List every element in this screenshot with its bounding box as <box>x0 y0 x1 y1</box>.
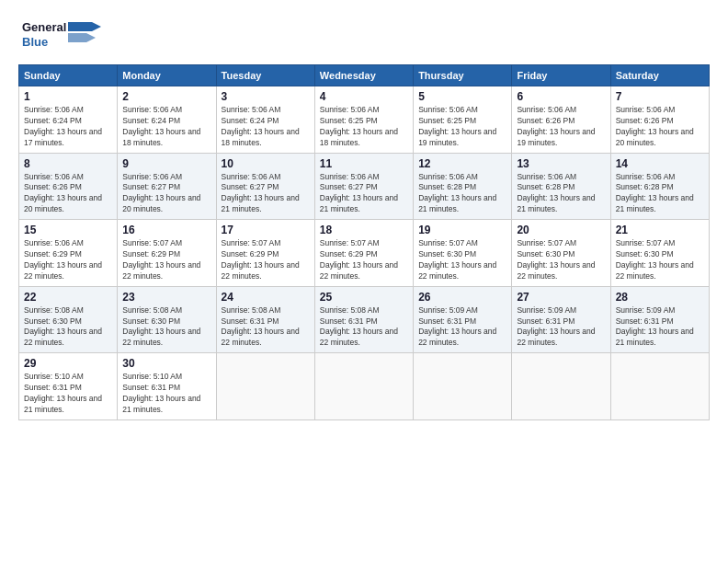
calendar-cell <box>512 353 610 420</box>
calendar-cell: 26 Sunrise: 5:09 AM Sunset: 6:31 PM Dayl… <box>414 286 512 353</box>
svg-text:General: General <box>22 20 66 34</box>
calendar-cell: 30 Sunrise: 5:10 AM Sunset: 6:31 PM Dayl… <box>118 353 216 420</box>
calendar-cell: 20 Sunrise: 5:07 AM Sunset: 6:30 PM Dayl… <box>512 220 610 287</box>
sunset-text: Sunset: 6:28 PM <box>418 182 476 191</box>
sunset-text: Sunset: 6:26 PM <box>517 116 574 125</box>
sunrise-text: Sunrise: 5:06 AM <box>616 172 676 181</box>
day-info: Sunrise: 5:06 AM Sunset: 6:28 PM Dayligh… <box>616 172 704 216</box>
sunset-text: Sunset: 6:26 PM <box>616 116 674 125</box>
day-number: 27 <box>517 291 605 304</box>
day-info: Sunrise: 5:07 AM Sunset: 6:29 PM Dayligh… <box>222 238 310 282</box>
calendar-cell: 28 Sunrise: 5:09 AM Sunset: 6:31 PM Dayl… <box>610 286 709 353</box>
sunrise-text: Sunrise: 5:06 AM <box>24 238 84 247</box>
daylight-text: Daylight: 13 hours and 20 minutes. <box>122 193 200 213</box>
calendar-cell: 15 Sunrise: 5:06 AM Sunset: 6:29 PM Dayl… <box>19 220 118 287</box>
calendar-cell: 21 Sunrise: 5:07 AM Sunset: 6:30 PM Dayl… <box>610 220 709 287</box>
logo: General Blue <box>18 15 101 55</box>
calendar-week-2: 8 Sunrise: 5:06 AM Sunset: 6:26 PM Dayli… <box>19 153 710 220</box>
sunset-text: Sunset: 6:26 PM <box>24 182 82 191</box>
day-info: Sunrise: 5:06 AM Sunset: 6:28 PM Dayligh… <box>517 172 605 216</box>
sunset-text: Sunset: 6:29 PM <box>122 249 180 259</box>
daylight-text: Daylight: 13 hours and 22 minutes. <box>320 327 398 347</box>
sunrise-text: Sunrise: 5:06 AM <box>616 105 676 114</box>
sunset-text: Sunset: 6:31 PM <box>616 316 674 326</box>
day-info: Sunrise: 5:10 AM Sunset: 6:31 PM Dayligh… <box>122 372 210 416</box>
day-info: Sunrise: 5:09 AM Sunset: 6:31 PM Dayligh… <box>517 305 605 350</box>
sunset-text: Sunset: 6:24 PM <box>222 116 279 125</box>
calendar-week-3: 15 Sunrise: 5:06 AM Sunset: 6:29 PM Dayl… <box>19 220 710 287</box>
day-number: 15 <box>24 224 112 236</box>
day-number: 26 <box>418 291 506 304</box>
day-info: Sunrise: 5:07 AM Sunset: 6:29 PM Dayligh… <box>320 238 408 282</box>
sunset-text: Sunset: 6:28 PM <box>616 182 674 191</box>
daylight-text: Daylight: 13 hours and 22 minutes. <box>616 260 694 281</box>
calendar-week-5: 29 Sunrise: 5:10 AM Sunset: 6:31 PM Dayl… <box>19 353 710 420</box>
day-number: 24 <box>222 291 310 304</box>
calendar-cell: 19 Sunrise: 5:07 AM Sunset: 6:30 PM Dayl… <box>414 220 512 287</box>
sunset-text: Sunset: 6:27 PM <box>320 182 378 191</box>
daylight-text: Daylight: 13 hours and 22 minutes. <box>517 327 595 347</box>
sunset-text: Sunset: 6:30 PM <box>517 249 574 259</box>
day-info: Sunrise: 5:08 AM Sunset: 6:31 PM Dayligh… <box>222 305 310 350</box>
calendar-cell: 25 Sunrise: 5:08 AM Sunset: 6:31 PM Dayl… <box>314 286 413 353</box>
daylight-text: Daylight: 13 hours and 21 minutes. <box>222 193 300 213</box>
daylight-text: Daylight: 13 hours and 22 minutes. <box>320 260 398 281</box>
calendar-cell: 11 Sunrise: 5:06 AM Sunset: 6:27 PM Dayl… <box>314 153 413 220</box>
col-tuesday: Tuesday <box>216 65 314 86</box>
day-number: 10 <box>222 157 310 170</box>
day-info: Sunrise: 5:06 AM Sunset: 6:27 PM Dayligh… <box>320 172 408 216</box>
day-number: 30 <box>122 357 210 370</box>
day-number: 14 <box>616 157 704 170</box>
sunset-text: Sunset: 6:30 PM <box>616 249 674 259</box>
day-number: 11 <box>320 157 408 170</box>
day-info: Sunrise: 5:07 AM Sunset: 6:29 PM Dayligh… <box>122 238 210 282</box>
day-info: Sunrise: 5:06 AM Sunset: 6:25 PM Dayligh… <box>418 105 506 149</box>
calendar-cell: 16 Sunrise: 5:07 AM Sunset: 6:29 PM Dayl… <box>118 220 216 287</box>
col-monday: Monday <box>118 65 216 86</box>
day-info: Sunrise: 5:06 AM Sunset: 6:24 PM Dayligh… <box>24 105 112 149</box>
calendar-cell: 12 Sunrise: 5:06 AM Sunset: 6:28 PM Dayl… <box>414 153 512 220</box>
day-info: Sunrise: 5:06 AM Sunset: 6:26 PM Dayligh… <box>517 105 605 149</box>
col-sunday: Sunday <box>19 65 118 86</box>
calendar-cell: 29 Sunrise: 5:10 AM Sunset: 6:31 PM Dayl… <box>19 353 118 420</box>
day-number: 16 <box>122 224 210 236</box>
sunset-text: Sunset: 6:29 PM <box>24 249 82 259</box>
day-info: Sunrise: 5:06 AM Sunset: 6:26 PM Dayligh… <box>24 172 112 216</box>
daylight-text: Daylight: 13 hours and 18 minutes. <box>320 127 398 147</box>
sunrise-text: Sunrise: 5:09 AM <box>616 305 676 315</box>
daylight-text: Daylight: 13 hours and 22 minutes. <box>418 327 496 347</box>
daylight-text: Daylight: 13 hours and 21 minutes. <box>320 193 398 213</box>
sunset-text: Sunset: 6:30 PM <box>418 249 476 259</box>
day-number: 29 <box>24 357 112 370</box>
sunset-text: Sunset: 6:31 PM <box>320 316 378 326</box>
sunset-text: Sunset: 6:24 PM <box>122 116 180 125</box>
daylight-text: Daylight: 13 hours and 22 minutes. <box>222 260 300 281</box>
sunrise-text: Sunrise: 5:06 AM <box>122 105 182 114</box>
daylight-text: Daylight: 13 hours and 21 minutes. <box>517 193 595 213</box>
sunrise-text: Sunrise: 5:10 AM <box>24 372 84 381</box>
calendar-cell <box>216 353 314 420</box>
sunset-text: Sunset: 6:31 PM <box>122 383 180 392</box>
day-number: 20 <box>517 224 605 236</box>
sunset-text: Sunset: 6:25 PM <box>418 116 476 125</box>
sunrise-text: Sunrise: 5:06 AM <box>320 105 380 114</box>
sunset-text: Sunset: 6:30 PM <box>24 316 82 326</box>
sunrise-text: Sunrise: 5:06 AM <box>418 172 478 181</box>
daylight-text: Daylight: 13 hours and 22 minutes. <box>222 327 300 347</box>
sunrise-text: Sunrise: 5:08 AM <box>122 305 182 315</box>
calendar-cell: 24 Sunrise: 5:08 AM Sunset: 6:31 PM Dayl… <box>216 286 314 353</box>
day-number: 2 <box>122 90 210 103</box>
day-number: 7 <box>616 90 704 103</box>
logo-svg: General Blue <box>18 15 101 55</box>
logo-image: General Blue <box>18 15 101 55</box>
svg-text:Blue: Blue <box>22 35 48 49</box>
sunset-text: Sunset: 6:31 PM <box>222 316 279 326</box>
calendar-cell: 4 Sunrise: 5:06 AM Sunset: 6:25 PM Dayli… <box>314 86 413 154</box>
day-number: 8 <box>24 157 112 170</box>
calendar-cell: 23 Sunrise: 5:08 AM Sunset: 6:30 PM Dayl… <box>118 286 216 353</box>
sunset-text: Sunset: 6:31 PM <box>418 316 476 326</box>
daylight-text: Daylight: 13 hours and 21 minutes. <box>418 193 496 213</box>
day-info: Sunrise: 5:06 AM Sunset: 6:24 PM Dayligh… <box>122 105 210 149</box>
daylight-text: Daylight: 13 hours and 19 minutes. <box>517 127 595 147</box>
sunrise-text: Sunrise: 5:07 AM <box>418 238 478 247</box>
